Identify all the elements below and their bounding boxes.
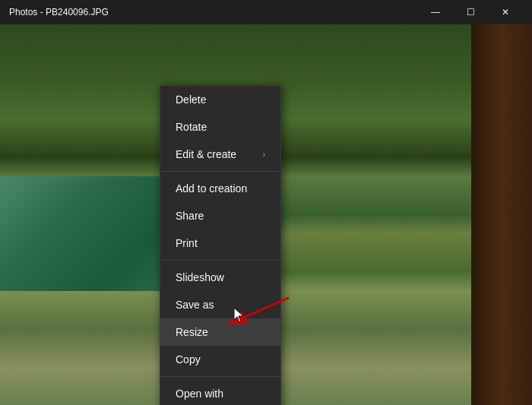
title-bar: Photos - PB240096.JPG — ☐ ✕ [0,0,532,24]
maximize-button[interactable]: ☐ [453,0,488,24]
separator-2 [160,260,280,261]
separator-3 [160,376,280,377]
close-button[interactable]: ✕ [488,0,523,24]
menu-item-open-with[interactable]: Open with [160,380,280,405]
separator-1 [160,171,280,172]
menu-item-print[interactable]: Print [160,229,280,257]
edit-create-arrow: › [263,150,265,159]
context-menu: Delete Rotate Edit & create › Add to cre… [160,85,281,405]
app-window: Photos - PB240096.JPG — ☐ ✕ [0,0,532,405]
menu-item-edit-create[interactable]: Edit & create › [160,141,280,168]
menu-item-slideshow[interactable]: Slideshow [160,264,280,291]
menu-item-rotate[interactable]: Rotate [160,113,280,141]
menu-item-delete[interactable]: Delete [160,86,280,113]
menu-item-share[interactable]: Share [160,202,280,229]
menu-item-save-as[interactable]: Save as [160,291,280,318]
menu-item-resize[interactable]: Resize [160,318,280,346]
menu-item-add-to-creation[interactable]: Add to creation [160,175,280,202]
minimize-button[interactable]: — [418,0,453,24]
menu-item-copy[interactable]: Copy [160,346,280,373]
window-title: Photos - PB240096.JPG [9,7,418,17]
content-area: Delete Rotate Edit & create › Add to cre… [0,24,532,405]
window-controls: — ☐ ✕ [418,0,523,24]
